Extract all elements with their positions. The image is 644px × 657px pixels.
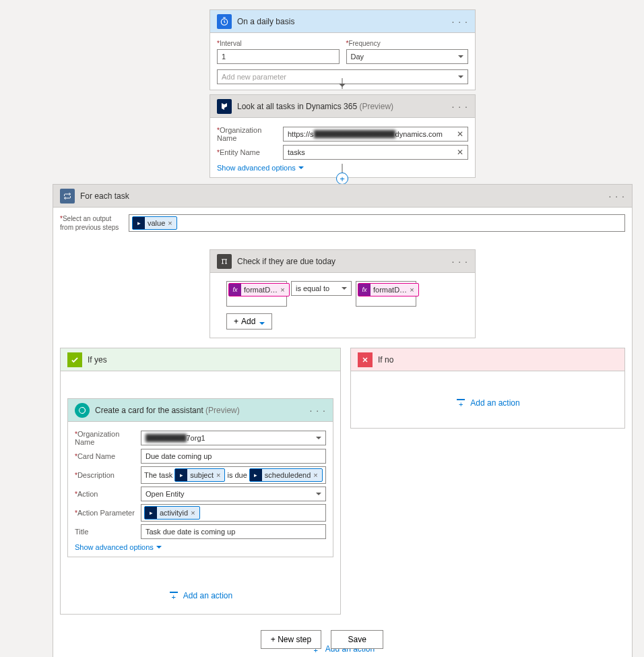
new-step-button[interactable]: + New step: [261, 630, 321, 649]
cc-cardname-input[interactable]: Due date coming up: [141, 449, 326, 464]
cc-action-label: *Action: [75, 490, 141, 498]
condition-left-input[interactable]: fx formatD… ×: [226, 281, 287, 307]
add-action-link[interactable]: Add an action: [358, 398, 618, 408]
foreach-header[interactable]: For each task · · ·: [53, 185, 632, 208]
close-icon: [358, 352, 373, 367]
clock-icon: [217, 14, 232, 29]
add-action-icon: [455, 398, 466, 408]
remove-token-icon[interactable]: ×: [216, 471, 220, 479]
chevron-down-icon: [298, 164, 304, 169]
remove-token-icon[interactable]: ×: [313, 471, 317, 479]
fx-icon: fx: [358, 284, 371, 296]
chevron-down-icon: [156, 543, 162, 549]
condition-header[interactable]: Check if they are due today · · ·: [210, 250, 475, 273]
trigger-menu[interactable]: · · ·: [452, 16, 468, 27]
remove-token-icon[interactable]: ×: [280, 286, 284, 294]
connector-arrow: [336, 78, 348, 94]
cc-actionparam-label: *Action Parameter: [75, 509, 141, 517]
insert-step-button[interactable]: +: [336, 173, 348, 185]
clear-icon[interactable]: ✕: [457, 129, 463, 139]
if-yes-header: If yes: [61, 348, 340, 371]
cc-title-input[interactable]: Task due date is coming up: [141, 524, 326, 539]
dynamics-icon: ▸: [133, 217, 145, 229]
fx-token[interactable]: fx formatD… ×: [228, 283, 290, 296]
frequency-label: Frequency: [348, 40, 380, 47]
interval-label: Interval: [220, 40, 242, 47]
cc-actionparam-input[interactable]: ▸activityid×: [141, 504, 326, 522]
entity-name-label: *Entity Name: [217, 148, 283, 156]
lookup-menu[interactable]: · · ·: [452, 101, 468, 112]
org-name-label: *Organization Name: [217, 126, 283, 142]
cc-desc-input[interactable]: The task ▸subject× is due ▸scheduledend×: [141, 466, 326, 484]
remove-token-icon[interactable]: ×: [191, 509, 195, 517]
condition-card: Check if they are due today · · · fx for…: [210, 249, 476, 338]
show-advanced-link[interactable]: Show advanced options: [75, 543, 326, 551]
cc-desc-label: *Description: [75, 471, 141, 479]
fx-token[interactable]: fx formatD… ×: [358, 283, 419, 296]
assistant-icon: [75, 403, 90, 418]
dynamics-icon: ▸: [145, 507, 157, 519]
lookup-title: Look at all tasks in Dynamics 365 (Previ…: [237, 102, 452, 111]
org-name-input[interactable]: https://sxxxxxxxxxxxxxxxxxxxxxxdynamics.…: [283, 127, 468, 142]
scheduledend-token[interactable]: ▸scheduledend×: [249, 468, 323, 482]
foreach-card: For each task · · · *Select an output fr…: [53, 184, 633, 657]
create-card-title: Create a card for the assistant (Preview…: [95, 406, 310, 415]
subject-token[interactable]: ▸subject×: [174, 468, 225, 482]
dynamics-icon: ▸: [175, 469, 187, 481]
condition-operator-select[interactable]: is equal to: [291, 281, 352, 296]
loop-icon: [60, 189, 75, 204]
select-output-input[interactable]: ▸ value ×: [129, 214, 625, 232]
remove-token-icon[interactable]: ×: [410, 286, 414, 294]
select-output-label: Select an output: [63, 215, 111, 222]
cc-cardname-label: *Card Name: [75, 452, 141, 460]
dynamics-icon: ▸: [250, 469, 262, 481]
condition-icon: [217, 254, 232, 269]
condition-menu[interactable]: · · ·: [452, 256, 468, 267]
fx-icon: fx: [229, 284, 241, 296]
frequency-select[interactable]: Day: [346, 49, 469, 64]
value-token[interactable]: ▸ value ×: [132, 216, 177, 230]
dynamics-icon: [217, 99, 232, 114]
cc-org-input[interactable]: xxxxxxxxxxx7org1: [141, 431, 326, 445]
clear-icon[interactable]: ✕: [457, 148, 463, 157]
if-yes-label: If yes: [88, 355, 333, 365]
interval-input[interactable]: 1: [217, 49, 340, 64]
trigger-title: On a daily basis: [237, 17, 452, 26]
check-icon: [67, 352, 82, 367]
if-yes-branch: If yes Create a card for the assistant (…: [60, 348, 341, 615]
cc-org-label: *Organization Name: [75, 430, 141, 446]
condition-right-input[interactable]: fx formatD… ×: [356, 281, 416, 307]
create-card-action: Create a card for the assistant (Preview…: [67, 398, 333, 557]
add-action-link[interactable]: Add an action: [67, 591, 333, 600]
save-button[interactable]: Save: [331, 630, 383, 649]
foreach-menu[interactable]: · · ·: [609, 191, 625, 201]
chevron-down-icon: [259, 319, 265, 324]
add-action-icon: [168, 591, 179, 600]
cc-action-input[interactable]: Open Entity: [141, 487, 326, 501]
activityid-token[interactable]: ▸activityid×: [144, 506, 200, 520]
add-condition-button[interactable]: +Add: [226, 313, 272, 330]
cc-title-label: Title: [75, 528, 141, 536]
lookup-header[interactable]: Look at all tasks in Dynamics 365 (Previ…: [210, 95, 475, 118]
if-no-header: If no: [351, 348, 624, 371]
create-card-menu[interactable]: · · ·: [310, 405, 326, 416]
condition-title: Check if they are due today: [237, 257, 452, 266]
foreach-title: For each task: [80, 191, 609, 201]
if-no-label: If no: [378, 355, 618, 365]
entity-name-input[interactable]: tasks ✕: [283, 145, 468, 160]
remove-token-icon[interactable]: ×: [168, 219, 172, 227]
if-no-branch: If no Add an action: [350, 348, 625, 429]
create-card-header[interactable]: Create a card for the assistant (Preview…: [68, 399, 333, 422]
trigger-header[interactable]: On a daily basis · · ·: [210, 10, 475, 33]
